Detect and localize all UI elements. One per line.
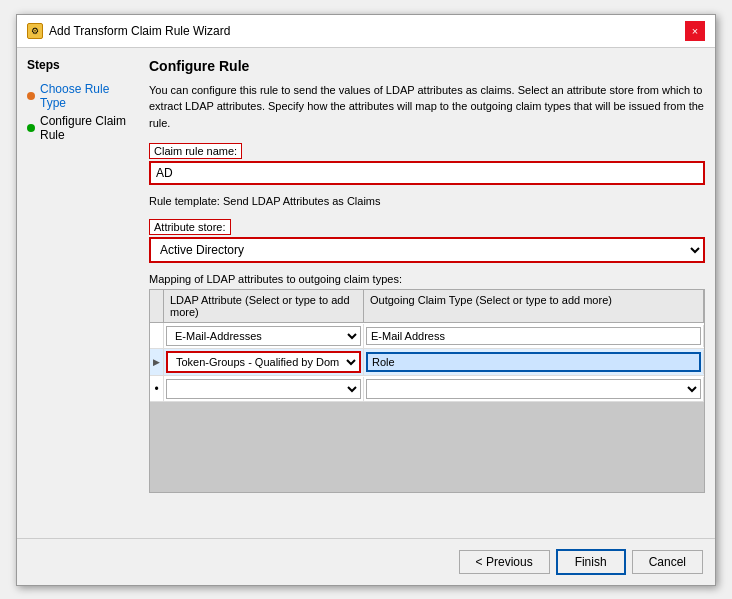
step-indicator-2 [27, 124, 35, 132]
row3-ldap-select[interactable] [166, 379, 361, 399]
table-row: E-Mail-Addresses [150, 323, 704, 349]
cancel-button[interactable]: Cancel [632, 550, 703, 574]
dialog-footer: < Previous Finish Cancel [17, 538, 715, 585]
mapping-header-indicator [150, 290, 164, 322]
mapping-title: Mapping of LDAP attributes to outgoing c… [149, 273, 705, 285]
dialog-icon: ⚙ [27, 23, 43, 39]
sidebar-link-choose-rule-type[interactable]: Choose Rule Type [40, 82, 137, 110]
row1-outgoing-input[interactable] [366, 327, 701, 345]
rule-template-text: Rule template: Send LDAP Attributes as C… [149, 195, 705, 207]
row-arrow-icon: ▶ [153, 357, 160, 367]
title-bar-left: ⚙ Add Transform Claim Rule Wizard [27, 23, 230, 39]
row1-indicator [150, 323, 164, 348]
row2-outgoing-cell [364, 350, 704, 374]
previous-button[interactable]: < Previous [459, 550, 550, 574]
claim-rule-name-input[interactable] [149, 161, 705, 185]
row1-ldap-cell: E-Mail-Addresses [164, 324, 364, 348]
page-heading: Configure Rule [149, 58, 705, 74]
mapping-section: Mapping of LDAP attributes to outgoing c… [149, 273, 705, 493]
mapping-empty-area [150, 402, 704, 492]
description-text: You can configure this rule to send the … [149, 82, 705, 132]
row3-indicator: • [150, 376, 164, 401]
row3-outgoing-select[interactable] [366, 379, 701, 399]
mapping-header-row: LDAP Attribute (Select or type to add mo… [150, 290, 704, 323]
attribute-store-group: Attribute store: Active Directory Custom… [149, 219, 705, 263]
attribute-store-label: Attribute store: [149, 219, 231, 235]
row3-outgoing-cell [364, 377, 704, 401]
sidebar-item-choose-rule-type[interactable]: Choose Rule Type [27, 80, 137, 112]
dialog-title: Add Transform Claim Rule Wizard [49, 24, 230, 38]
row2-ldap-cell: Token-Groups - Qualified by Doma... [164, 349, 364, 375]
sidebar-item-configure-claim-rule[interactable]: Configure Claim Rule [27, 112, 137, 144]
mapping-col2-header: Outgoing Claim Type (Select or type to a… [364, 290, 704, 322]
finish-button[interactable]: Finish [556, 549, 626, 575]
row2-outgoing-input[interactable] [366, 352, 701, 372]
sidebar: Steps Choose Rule Type Configure Claim R… [27, 58, 137, 528]
close-button[interactable]: × [685, 21, 705, 41]
sidebar-label-configure-claim-rule: Configure Claim Rule [40, 114, 137, 142]
dialog-window: ⚙ Add Transform Claim Rule Wizard × Step… [16, 14, 716, 586]
row3-ldap-cell [164, 377, 364, 401]
title-bar: ⚙ Add Transform Claim Rule Wizard × [17, 15, 715, 48]
attribute-store-select[interactable]: Active Directory Custom Store [149, 237, 705, 263]
claim-rule-name-label: Claim rule name: [149, 143, 242, 159]
dialog-body: Steps Choose Rule Type Configure Claim R… [17, 48, 715, 538]
row1-ldap-select[interactable]: E-Mail-Addresses [166, 326, 361, 346]
row-bullet-icon: • [154, 382, 158, 396]
row1-outgoing-cell [364, 325, 704, 347]
main-content: Configure Rule You can configure this ru… [149, 58, 705, 528]
mapping-table: LDAP Attribute (Select or type to add mo… [149, 289, 705, 493]
claim-rule-name-group: Claim rule name: [149, 143, 705, 185]
sidebar-title: Steps [27, 58, 137, 72]
row2-ldap-select[interactable]: Token-Groups - Qualified by Doma... [166, 351, 361, 373]
table-row: • [150, 376, 704, 402]
step-indicator-1 [27, 92, 35, 100]
row2-indicator: ▶ [150, 349, 164, 375]
mapping-col1-header: LDAP Attribute (Select or type to add mo… [164, 290, 364, 322]
table-row: ▶ Token-Groups - Qualified by Doma... [150, 349, 704, 376]
